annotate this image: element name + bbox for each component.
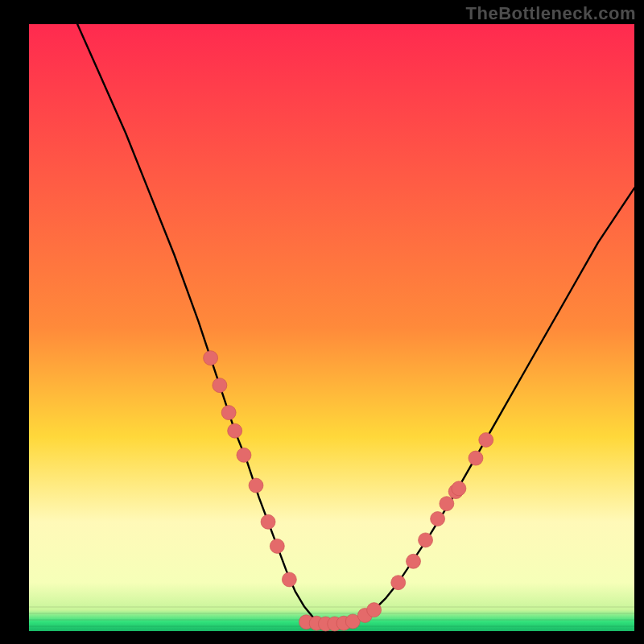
data-point (367, 603, 382, 617)
data-point (440, 497, 454, 511)
data-point (237, 448, 251, 462)
data-point (479, 432, 493, 447)
chart-frame: TheBottleneck.com (0, 0, 644, 644)
data-point (221, 406, 236, 420)
data-point (261, 514, 275, 529)
data-point (270, 539, 284, 553)
svg-rect-0 (29, 24, 634, 631)
data-point (249, 478, 263, 493)
data-point (213, 378, 227, 393)
bottleneck-chart (0, 0, 644, 644)
data-point (431, 512, 445, 526)
data-point (452, 481, 466, 496)
data-point (469, 451, 483, 465)
data-point (407, 554, 421, 568)
data-point (391, 576, 406, 590)
data-point (419, 533, 433, 547)
data-point (282, 572, 296, 587)
watermark-text: TheBottleneck.com (466, 3, 636, 24)
data-point (228, 423, 242, 438)
data-point (204, 351, 218, 365)
